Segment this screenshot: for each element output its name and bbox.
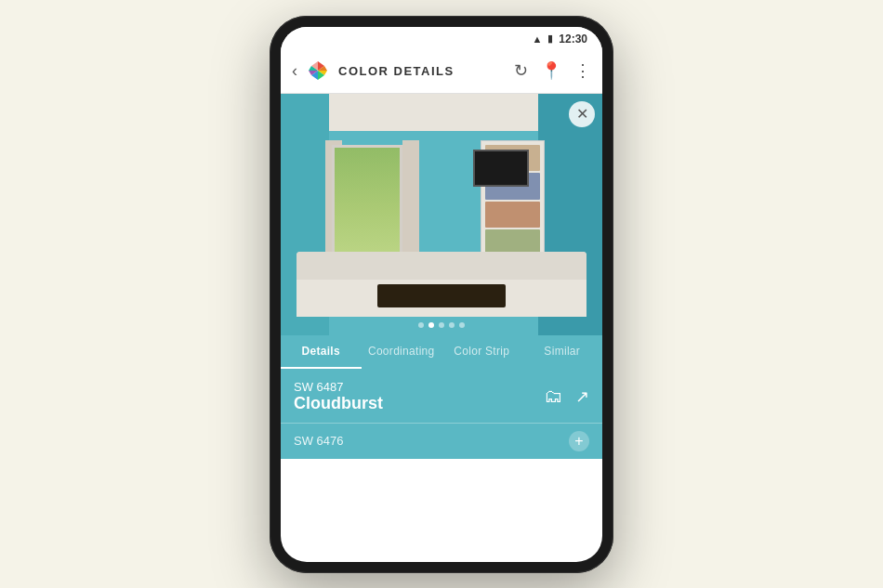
phone-device: ▲ ▮ 12:30 ‹ COLOR DETAILS ↻ 📍 — [270, 16, 613, 573]
signal-icon: ▲ — [532, 33, 542, 45]
battery-icon: ▮ — [547, 33, 553, 45]
related-color-code: SW 6476 — [294, 434, 343, 448]
room-scene — [281, 94, 602, 335]
color-code: SW 6487 — [294, 380, 383, 394]
app-bar-actions: ↻ 📍 ⋮ — [514, 60, 591, 81]
app-bar-title: COLOR DETAILS — [338, 64, 505, 78]
app-logo — [307, 59, 329, 82]
color-name: Cloudburst — [294, 394, 383, 413]
tab-details[interactable]: Details — [281, 335, 362, 369]
more-icon[interactable]: ⋮ — [574, 60, 591, 81]
back-button[interactable]: ‹ — [292, 61, 297, 81]
close-icon: ✕ — [576, 105, 588, 123]
image-dots — [418, 322, 465, 328]
color-actions: 🗂 ↗ — [544, 385, 589, 407]
dot-5[interactable] — [459, 322, 465, 328]
status-time: 12:30 — [559, 33, 587, 46]
color-name-block: SW 6487 Cloudburst — [294, 380, 383, 413]
close-button[interactable]: ✕ — [569, 101, 595, 127]
dot-3[interactable] — [439, 322, 444, 328]
share-icon[interactable]: ↗ — [575, 386, 589, 407]
tab-color-strip[interactable]: Color Strip — [442, 335, 522, 369]
folder-icon[interactable]: 🗂 — [544, 385, 562, 407]
dot-1[interactable] — [418, 322, 424, 328]
location-icon[interactable]: 📍 — [541, 60, 561, 81]
status-bar: ▲ ▮ 12:30 — [281, 27, 602, 49]
dot-2[interactable] — [428, 322, 434, 328]
tab-bar: Details Coordinating Color Strip Similar — [281, 335, 602, 369]
dot-4[interactable] — [449, 322, 455, 328]
room-image-area: ✕ — [281, 94, 602, 335]
tv-screen — [473, 150, 529, 187]
add-color-button[interactable]: + — [569, 431, 589, 451]
sofa-back — [297, 252, 586, 280]
related-color: SW 6476 + — [281, 423, 602, 459]
color-info: SW 6487 Cloudburst 🗂 ↗ — [281, 369, 602, 423]
tab-similar[interactable]: Similar — [522, 335, 603, 369]
app-bar: ‹ COLOR DETAILS ↻ 📍 ⋮ — [281, 49, 602, 94]
tab-coordinating[interactable]: Coordinating — [362, 335, 442, 369]
phone-screen: ▲ ▮ 12:30 ‹ COLOR DETAILS ↻ 📍 — [281, 27, 602, 562]
tv-area — [457, 150, 544, 242]
coffee-table — [377, 284, 506, 307]
refresh-icon[interactable]: ↻ — [514, 60, 528, 81]
